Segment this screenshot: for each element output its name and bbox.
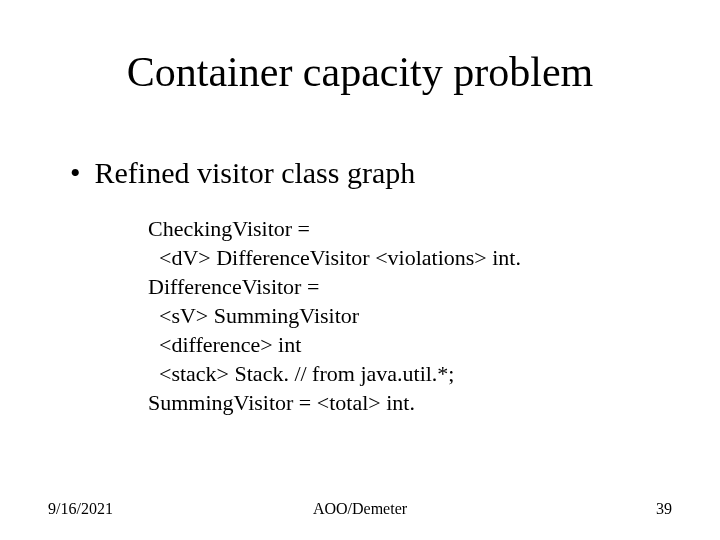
footer-page-number: 39: [656, 500, 672, 518]
slide-title: Container capacity problem: [0, 48, 720, 96]
footer-center: AOO/Demeter: [0, 500, 720, 518]
footer: 9/16/2021 AOO/Demeter 39: [0, 494, 720, 518]
bullet-item: • Refined visitor class graph: [70, 156, 415, 190]
bullet-dot-icon: •: [70, 156, 81, 190]
code-block: CheckingVisitor = <dV> DifferenceVisitor…: [148, 214, 521, 417]
slide: Container capacity problem • Refined vis…: [0, 0, 720, 540]
bullet-text: Refined visitor class graph: [95, 156, 416, 190]
